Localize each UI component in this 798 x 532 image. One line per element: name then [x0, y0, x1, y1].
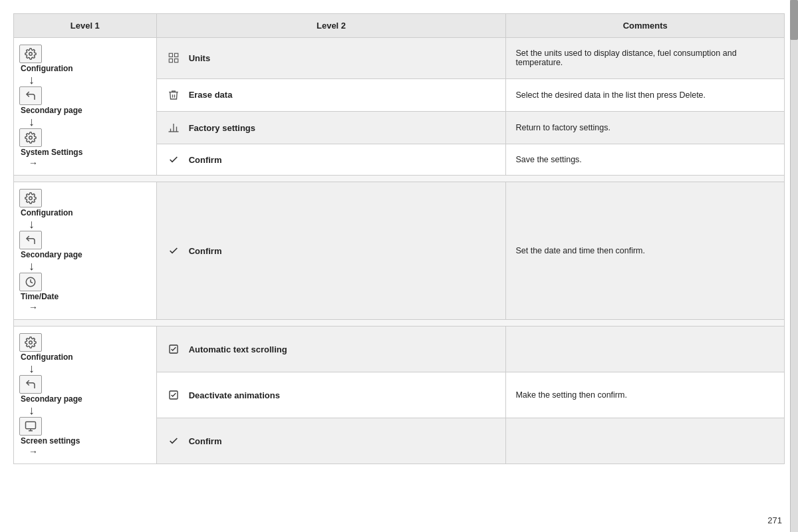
- table-row: Configuration ↓ Secondary page ↓ S: [14, 38, 785, 79]
- page-number: 271: [767, 515, 782, 525]
- level2-cell-system-settings-1: Erase data: [156, 78, 506, 111]
- header-level1: Level 1: [14, 14, 157, 38]
- level1-cell-screen-settings: Configuration ↓ Secondary page ↓ S: [14, 327, 157, 464]
- spacer-row: [14, 176, 785, 182]
- comments-cell-screen-settings-0: [506, 327, 785, 372]
- level2-label: Units: [189, 53, 211, 63]
- comments-cell-system-settings-0: Set the units used to display distance, …: [506, 38, 785, 79]
- header-comments: Comments: [506, 14, 785, 38]
- level1-cell-time-date: Configuration ↓ Secondary page ↓ T: [14, 182, 157, 320]
- svg-point-10: [29, 197, 33, 200]
- arrow-down-1: ↓: [19, 74, 35, 86]
- level2-cell-screen-settings-0: Automatic text scrolling: [156, 327, 506, 372]
- level2-icon: [166, 122, 181, 134]
- level2-cell-time-date-0: Confirm: [156, 182, 506, 320]
- scrollbar[interactable]: [790, 0, 798, 532]
- level2-label: Confirm: [189, 246, 222, 256]
- level2-label: Automatic text scrolling: [189, 344, 287, 354]
- config-icon-time-date: [19, 189, 42, 207]
- section-icon-system-settings: [19, 128, 42, 147]
- comments-cell-system-settings-2: Return to factory settings.: [506, 112, 785, 144]
- svg-point-1: [29, 136, 33, 140]
- comments-cell-system-settings-1: Select the desired data in the list then…: [506, 78, 785, 111]
- arrow-down-1: ↓: [19, 362, 35, 374]
- level2-label: Erase data: [189, 90, 233, 100]
- level2-cell-system-settings-0: Units: [156, 38, 506, 79]
- level2-icon: [166, 154, 181, 165]
- level1-cell-system-settings: Configuration ↓ Secondary page ↓ S: [14, 38, 157, 176]
- level2-icon: [166, 390, 181, 400]
- level2-label: Deactivate animations: [189, 390, 280, 400]
- arrow-down-2: ↓: [19, 116, 35, 128]
- label-config: Configuration: [19, 208, 73, 217]
- comments-cell-screen-settings-2: [506, 418, 785, 464]
- label-config: Configuration: [19, 352, 73, 362]
- svg-point-0: [29, 53, 33, 56]
- spacer-row: [14, 320, 785, 327]
- label-section: Time/Date: [19, 292, 59, 301]
- label-config: Configuration: [19, 64, 73, 73]
- section-icon-screen-settings: [19, 417, 42, 436]
- secondary-icon-time-date: [19, 231, 42, 249]
- level2-label: Factory settings: [189, 123, 255, 133]
- level2-icon: [166, 436, 181, 446]
- arrow-right: →: [19, 302, 38, 313]
- level2-cell-system-settings-3: Confirm: [156, 144, 506, 176]
- config-icon-system-settings: [19, 45, 42, 63]
- header-level2: Level 2: [156, 14, 506, 38]
- table-row: Configuration ↓ Secondary page ↓ T: [14, 182, 785, 320]
- secondary-icon-screen-settings: [19, 375, 42, 394]
- comments-cell-time-date-0: Set the date and time then confirm.: [506, 182, 785, 320]
- svg-rect-5: [174, 59, 178, 63]
- label-secondary: Secondary page: [19, 394, 82, 404]
- label-secondary: Secondary page: [19, 250, 82, 259]
- svg-rect-4: [169, 59, 172, 63]
- level2-label: Confirm: [189, 155, 222, 165]
- svg-rect-13: [26, 422, 36, 429]
- arrow-down-1: ↓: [19, 218, 35, 230]
- label-section: Screen settings: [19, 436, 80, 446]
- arrow-right: →: [19, 158, 38, 168]
- level2-icon: [166, 245, 181, 256]
- arrow-right: →: [19, 446, 38, 457]
- level2-icon: [166, 344, 181, 354]
- label-secondary: Secondary page: [19, 106, 82, 115]
- comments-cell-screen-settings-1: Make the setting then confirm.: [506, 372, 785, 418]
- arrow-down-2: ↓: [19, 260, 35, 272]
- level2-cell-screen-settings-2: Confirm: [156, 418, 506, 464]
- config-icon-screen-settings: [19, 333, 42, 352]
- svg-rect-3: [174, 54, 178, 57]
- level2-icon: [166, 89, 181, 101]
- level2-cell-screen-settings-1: Deactivate animations: [156, 372, 506, 418]
- level2-cell-system-settings-2: Factory settings: [156, 112, 506, 144]
- svg-rect-2: [169, 54, 172, 57]
- comments-cell-system-settings-3: Save the settings.: [506, 144, 785, 176]
- svg-point-12: [29, 341, 33, 344]
- table-row: Configuration ↓ Secondary page ↓ S: [14, 327, 785, 372]
- section-icon-time-date: [19, 273, 42, 291]
- scrollbar-thumb[interactable]: [790, 0, 798, 40]
- secondary-icon-system-settings: [19, 86, 42, 105]
- arrow-down-2: ↓: [19, 404, 35, 416]
- label-section: System Settings: [19, 148, 82, 157]
- level2-label: Confirm: [189, 436, 222, 446]
- level2-icon: [166, 52, 181, 64]
